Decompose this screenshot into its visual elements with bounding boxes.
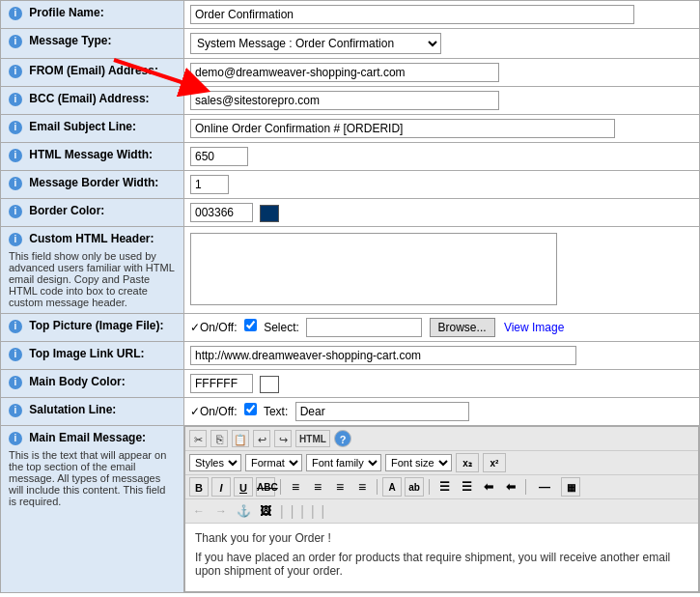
top-picture-input[interactable] (306, 318, 422, 337)
top-picture-label: Top Picture (Image File): (29, 319, 163, 332)
info-icon-main-message: i (9, 432, 22, 445)
html-width-label: HTML Message Width: (29, 148, 153, 161)
ordered-list-btn[interactable]: ☰ (457, 477, 476, 497)
cut-icon[interactable]: ✂ (189, 430, 207, 447)
separator3 (429, 479, 430, 495)
bg-color-btn[interactable]: ab (405, 477, 424, 497)
salutation-label: Salutation Line: (29, 403, 116, 416)
separator2 (377, 479, 378, 495)
profile-name-label: Profile Name: (29, 6, 103, 19)
salutation-checkbox[interactable] (244, 403, 257, 415)
strikethrough-btn[interactable]: ABC (256, 477, 275, 497)
border-width-input[interactable] (190, 175, 229, 194)
form-table: i Profile Name: i Message Type: System M… (0, 0, 700, 593)
main-message-label: Main Email Message: (29, 431, 146, 444)
border-width-label: Message Border Width: (29, 176, 158, 189)
editor-content-area[interactable]: Thank you for your Order ! If you have p… (185, 524, 698, 591)
body-color-swatch[interactable] (260, 376, 279, 393)
copy-icon[interactable]: ⎘ (210, 430, 228, 447)
body-color-input[interactable] (190, 374, 253, 393)
info-icon-salutation: i (9, 404, 22, 417)
help-icon[interactable]: ? (334, 430, 351, 447)
top-picture-checkbox[interactable] (244, 319, 257, 331)
bcc-email-label: BCC (Email) Address: (29, 92, 149, 105)
outdent-btn[interactable]: ⬅ (479, 477, 498, 497)
pipe1: | (280, 503, 284, 519)
view-image-link[interactable]: View Image (504, 321, 564, 334)
info-icon-border-width: i (9, 177, 22, 190)
select-label: Select: (264, 321, 299, 334)
underline-btn[interactable]: U (234, 477, 253, 497)
font-color-btn[interactable]: A (382, 477, 402, 497)
separator1 (280, 479, 281, 495)
info-icon-email-subject: i (9, 121, 22, 134)
editor-formatting-row: B I U ABC ≡ ≡ ≡ ≡ A ab ☰ ☰ (185, 475, 698, 499)
browse-button[interactable]: Browse... (430, 318, 495, 337)
custom-header-subtext: This field show only be used by advanced… (9, 250, 176, 308)
email-subject-label: Email Subject Line: (29, 120, 136, 133)
misc-back-btn[interactable]: ← (189, 501, 209, 521)
align-left-btn[interactable]: ≡ (286, 477, 305, 497)
hr-btn[interactable]: — (531, 477, 558, 497)
info-icon-custom-header: i (9, 233, 22, 246)
editor-misc-row: ← → ⚓ 🖼 | | | | | (185, 499, 698, 524)
pipe3: | (300, 503, 304, 519)
from-email-input[interactable] (190, 63, 499, 82)
main-message-subtext: This is the text that will appear on the… (9, 449, 176, 507)
salutation-text-input[interactable] (295, 402, 469, 421)
custom-header-textarea[interactable] (190, 233, 557, 305)
editor-line1: Thank you for your Order ! (195, 531, 688, 545)
salutation-onoff-label: ✓On/Off: (190, 405, 237, 418)
editor-line2: If you have placed an order for products… (195, 551, 688, 578)
editor-container: ✂ ⎘ 📋 ↩ ↪ HTML ? Styles For (184, 426, 699, 592)
paste-icon[interactable]: 📋 (232, 430, 249, 447)
email-subject-input[interactable] (190, 119, 615, 138)
border-color-swatch[interactable] (260, 205, 279, 222)
subscript-btn[interactable]: x₂ (456, 453, 479, 472)
align-right-btn[interactable]: ≡ (330, 477, 350, 497)
anchor-btn[interactable]: ⚓ (234, 501, 253, 521)
pipe5: | (322, 503, 325, 519)
on-off-label: ✓On/Off: (190, 321, 237, 334)
profile-name-input[interactable] (190, 5, 634, 24)
html-icon[interactable]: HTML (295, 430, 330, 447)
italic-btn[interactable]: I (211, 477, 231, 497)
custom-header-label: Custom HTML Header: (29, 232, 154, 245)
image-btn[interactable]: 🖼 (256, 501, 275, 521)
from-email-label: FROM (Email) Address: (29, 64, 158, 77)
info-icon-body-color: i (9, 376, 22, 389)
font-family-select[interactable]: Font family (306, 454, 381, 471)
separator4 (525, 479, 526, 495)
indent-btn[interactable]: ⬅ (501, 477, 520, 497)
info-icon-border-color: i (9, 205, 22, 218)
salutation-text-label: Text: (264, 405, 288, 418)
info-icon-html-width: i (9, 149, 22, 162)
superscript-btn[interactable]: x² (483, 453, 506, 472)
info-icon-message-type: i (9, 35, 22, 48)
redo-icon[interactable]: ↪ (274, 430, 292, 447)
editor-toolbar-icons: ✂ ⎘ 📋 ↩ ↪ HTML ? (185, 427, 698, 451)
unordered-list-btn[interactable]: ☰ (434, 477, 454, 497)
undo-icon[interactable]: ↩ (253, 430, 270, 447)
html-width-input[interactable] (190, 147, 248, 166)
align-center-btn[interactable]: ≡ (308, 477, 327, 497)
info-icon-top-image-url: i (9, 348, 22, 361)
border-color-input[interactable] (190, 203, 253, 222)
message-type-select[interactable]: System Message : Order Confirmation (190, 33, 441, 54)
info-icon-from-email: i (9, 65, 22, 78)
border-color-label: Border Color: (29, 204, 104, 217)
table-btn[interactable]: ▦ (561, 477, 580, 497)
styles-select[interactable]: Styles (189, 454, 241, 471)
top-image-url-label: Top Image Link URL: (29, 347, 144, 360)
bold-btn[interactable]: B (189, 477, 209, 497)
top-image-url-input[interactable] (190, 346, 576, 365)
pipe2: | (291, 503, 294, 519)
format-select[interactable]: Format (245, 454, 302, 471)
info-icon-top-picture: i (9, 320, 22, 333)
font-size-select[interactable]: Font size (385, 454, 452, 471)
align-justify-btn[interactable]: ≡ (352, 477, 372, 497)
info-icon-bcc-email: i (9, 93, 22, 106)
misc-fwd-btn[interactable]: → (211, 501, 231, 521)
info-icon-profile: i (9, 7, 22, 20)
bcc-email-input[interactable] (190, 91, 499, 110)
